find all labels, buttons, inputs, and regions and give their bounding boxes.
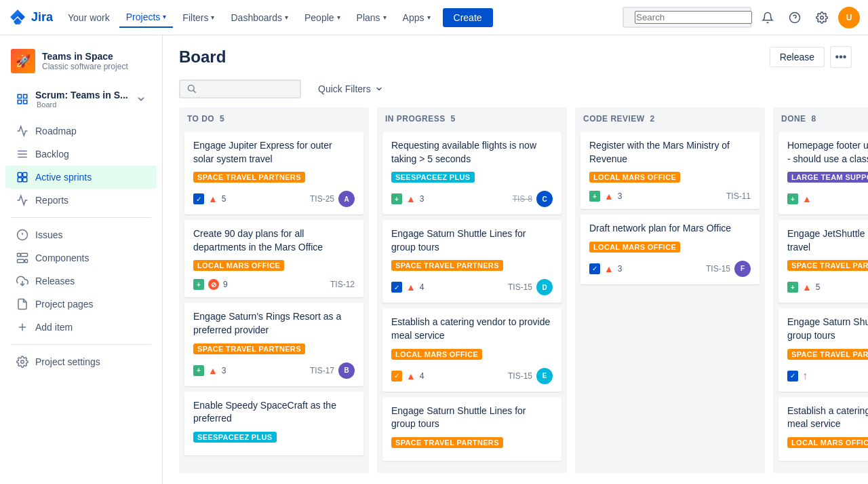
- user-avatar[interactable]: U: [838, 7, 860, 29]
- card-count: 3: [618, 264, 623, 274]
- nav-people[interactable]: People ▾: [298, 8, 347, 27]
- card-footer: + ▲ 3 TIS-11: [589, 191, 751, 202]
- backlog-icon: [16, 148, 28, 160]
- card-title: Homepage footer uses an inline style - s…: [787, 139, 868, 166]
- card-c2[interactable]: Create 90 day plans for all departments …: [184, 220, 363, 297]
- story-icon: +: [589, 191, 600, 202]
- card-label: SEESPACEEZ PLUS: [391, 172, 475, 183]
- create-button[interactable]: Create: [443, 8, 493, 27]
- sidebar-item-project-settings[interactable]: Project settings: [5, 350, 157, 373]
- nav-your-work[interactable]: Your work: [61, 8, 117, 27]
- ticket-id: TIS-8: [513, 194, 532, 204]
- card-c6[interactable]: Engage Saturn Shuttle Lines for group to…: [382, 220, 561, 303]
- sidebar-item-add[interactable]: Add item: [5, 316, 157, 339]
- ticket-id: TIS-25: [310, 194, 334, 204]
- help-button[interactable]: [784, 7, 806, 29]
- sidebar-item-backlog[interactable]: Backlog: [5, 143, 157, 166]
- settings-icon: [16, 356, 28, 368]
- nav-right-area: U: [623, 7, 860, 29]
- board-header: Board Release •••: [163, 35, 868, 73]
- nav-plans[interactable]: Plans ▾: [350, 8, 393, 27]
- quick-filters-button[interactable]: Quick Filters: [309, 79, 392, 99]
- sidebar-item-components[interactable]: Components: [5, 246, 157, 269]
- sidebar-item-roadmap[interactable]: Roadmap: [5, 119, 157, 143]
- settings-button[interactable]: [811, 7, 833, 29]
- active-sprints-label: Active sprints: [35, 172, 92, 183]
- column-title: DONE: [781, 114, 806, 124]
- ellipsis-icon: •••: [835, 51, 847, 63]
- more-options-button[interactable]: •••: [830, 46, 852, 68]
- logo-text: Jira: [31, 10, 53, 24]
- card-title: Enable Speedy SpaceCraft as the preferre…: [193, 399, 355, 426]
- card-footer: ✓ ▲ 3 TIS-15 F: [589, 261, 751, 277]
- column-count: 2: [650, 114, 654, 124]
- card-count: 4: [420, 371, 425, 381]
- card-footer-left: ✓ ▲ 4: [391, 371, 425, 381]
- card-c5[interactable]: Requesting available flights is now taki…: [382, 132, 561, 215]
- sidebar-item-releases[interactable]: Releases: [5, 269, 157, 293]
- notifications-button[interactable]: [757, 7, 778, 29]
- board-search-box[interactable]: [179, 79, 301, 98]
- priority-icon: ▲: [802, 193, 812, 204]
- sidebar-item-scrum[interactable]: Scrum: Teams in S... Board: [5, 84, 157, 114]
- bell-icon: [762, 12, 774, 24]
- story-icon: +: [787, 193, 798, 204]
- card-footer: ✓ ▲ 5 TIS-25 A: [193, 191, 355, 207]
- nav-projects[interactable]: Projects ▾: [119, 7, 174, 28]
- sprints-icon: [16, 171, 28, 183]
- sidebar-item-reports[interactable]: Reports: [5, 189, 157, 212]
- project-icon: 🚀: [11, 49, 35, 73]
- column-title: TO DO: [187, 114, 214, 124]
- card-title: Draft network plan for Mars Office: [589, 222, 751, 236]
- nav-filters[interactable]: Filters ▾: [176, 8, 221, 27]
- global-search-box[interactable]: [623, 7, 751, 28]
- card-c11[interactable]: Homepage footer uses an inline style - s…: [778, 132, 868, 215]
- svg-rect-12: [18, 172, 22, 176]
- card-c4[interactable]: Enable Speedy SpaceCraft as the preferre…: [184, 392, 363, 455]
- card-c13[interactable]: Engage Saturn Shuttle Lines for group to…: [778, 308, 868, 391]
- ticket-id: TIS-15: [706, 264, 730, 274]
- priority-icon: ▲: [604, 263, 614, 274]
- board-sublabel: Board: [37, 100, 128, 109]
- card-label: SPACE TRAVEL PARTNERS: [193, 343, 305, 354]
- card-c12[interactable]: Engage JetShuttle SpaceWays for travel S…: [778, 220, 868, 303]
- chevron-down-icon: ▾: [285, 14, 288, 21]
- card-count: 5: [222, 194, 226, 204]
- priority-icon: ▲: [208, 365, 218, 376]
- sidebar-item-project-pages[interactable]: Project pages: [5, 293, 157, 316]
- issues-label: Issues: [35, 229, 62, 240]
- card-label: LOCAL MARS OFFICE: [193, 260, 284, 271]
- release-button[interactable]: Release: [770, 47, 825, 67]
- top-navigation: Jira Your work Projects ▾ Filters ▾ Dash…: [0, 0, 868, 35]
- nav-dashboards[interactable]: Dashboards ▾: [224, 8, 295, 27]
- nav-apps[interactable]: Apps ▾: [396, 8, 437, 27]
- column-title: CODE REVIEW: [583, 114, 645, 124]
- card-c1[interactable]: Engage Jupiter Express for outer solar s…: [184, 132, 363, 215]
- chevron-down-icon: [136, 94, 146, 104]
- board-header-actions: Release •••: [770, 46, 852, 68]
- sidebar-item-issues[interactable]: Issues: [5, 223, 157, 246]
- app-logo[interactable]: Jira: [8, 8, 53, 27]
- card-c7[interactable]: Establish a catering vendor to provide m…: [382, 308, 561, 391]
- column-count: 5: [450, 114, 455, 124]
- check-icon: ✓: [589, 263, 600, 274]
- story-icon: +: [787, 282, 798, 293]
- card-c3[interactable]: Engage Saturn's Rings Resort as a prefer…: [184, 303, 363, 386]
- card-label: LOCAL MARS OFFICE: [391, 349, 482, 360]
- priority-up-icon: ↑: [802, 370, 808, 382]
- sidebar-item-active-sprints[interactable]: Active sprints: [5, 166, 157, 189]
- svg-rect-15: [23, 178, 27, 182]
- card-title: Establish a catering vendor to provide m…: [787, 405, 868, 431]
- card-c8[interactable]: Engage Saturn Shuttle Lines for group to…: [382, 397, 561, 461]
- chevron-down-icon: ▾: [337, 14, 340, 21]
- ticket-id: TIS-17: [310, 366, 334, 375]
- board-search-input[interactable]: [201, 83, 282, 94]
- card-footer-left: + ▲ 3: [391, 193, 425, 204]
- avatar: D: [536, 279, 553, 295]
- card-c14[interactable]: Establish a catering vendor to provide m…: [778, 397, 868, 461]
- card-title: Engage Saturn's Rings Resort as a prefer…: [193, 310, 355, 337]
- card-c10[interactable]: Draft network plan for Mars Office LOCAL…: [580, 215, 760, 284]
- search-input[interactable]: [635, 11, 752, 24]
- card-c9[interactable]: Register with the Mars Ministry of Reven…: [580, 132, 760, 209]
- issues-icon: [16, 229, 28, 241]
